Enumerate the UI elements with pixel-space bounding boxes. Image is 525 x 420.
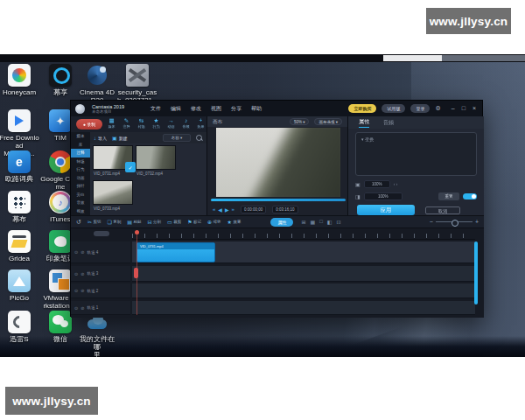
desktop-icon-xunlei[interactable]: 迅雷S — [0, 311, 39, 343]
toggle-switch[interactable] — [463, 193, 477, 200]
frame-icon[interactable]: □ — [319, 219, 323, 225]
marker-tool[interactable]: ⚑标记 — [187, 219, 201, 225]
scale-value-input[interactable]: 100% — [364, 180, 390, 188]
cancel-button[interactable]: 取消 — [425, 206, 460, 214]
timeline-vertical-scrollbar[interactable] — [474, 242, 478, 304]
import-media-button[interactable]: ↓ 导入 — [94, 136, 107, 141]
track-lock-icon[interactable]: ⊘ — [80, 305, 84, 311]
track-visibility-icon[interactable]: ⊙ — [74, 305, 78, 311]
tab-audio-props[interactable]: 音频 — [383, 119, 394, 127]
rail-item-cursor[interactable]: 指针 — [71, 182, 90, 191]
reset-button[interactable]: 重置 — [438, 192, 459, 200]
jump-end-button[interactable]: » — [232, 206, 234, 212]
close-button[interactable]: × — [472, 101, 476, 116]
maximize-button[interactable]: □ — [462, 101, 466, 116]
timescale-badge — [94, 231, 109, 236]
track-visibility-icon[interactable]: ⊙ — [74, 271, 78, 276]
menu-edit[interactable]: 编辑 — [171, 105, 181, 113]
zoom-slider[interactable] — [436, 221, 472, 222]
tab-annotations[interactable]: ✎注释 — [120, 117, 133, 129]
copy-tool[interactable]: ❏复制 — [107, 219, 121, 225]
desktop-icon-security-file[interactable]: security_cas h_8307731... — [117, 64, 158, 104]
rail-item-animations[interactable]: 动画 — [71, 174, 90, 183]
trial-badge[interactable]: 试用版 — [382, 104, 405, 113]
zoom-tool[interactable]: ⊕缩放 — [207, 219, 221, 225]
detach-icon[interactable]: ⊡ — [336, 219, 340, 225]
sort-dropdown[interactable]: 名称 ▾ — [163, 134, 191, 142]
desktop-icon-honeycam[interactable]: Honeycam — [0, 64, 39, 96]
timeline-ruler[interactable] — [132, 228, 475, 240]
zoom-dropdown[interactable]: 50% ▾ — [290, 118, 310, 125]
menu-share[interactable]: 分享 — [231, 105, 242, 113]
properties-pill-button[interactable]: 属性 — [270, 218, 293, 227]
track-visibility-icon[interactable]: ⊙ — [74, 288, 78, 293]
media-thumbnail-3[interactable] — [93, 180, 133, 205]
apply-button[interactable]: 应用 — [357, 205, 415, 215]
tab-behaviors[interactable]: ★行为 — [150, 117, 163, 129]
menu-file[interactable]: 文件 — [150, 105, 161, 113]
playhead-head[interactable] — [135, 230, 139, 234]
track-lane-3[interactable] — [132, 266, 475, 282]
rail-item-transitions[interactable]: 转场 — [71, 158, 90, 166]
cut-tool[interactable]: ✂剪切 — [88, 219, 102, 225]
track-lane-2[interactable] — [132, 284, 475, 298]
desktop-icon-gridea[interactable]: Gridea — [0, 230, 39, 262]
desktop-icon-eudic[interactable]: 欧路词典 — [0, 150, 39, 183]
paste-tool[interactable]: ▤粘贴 — [127, 219, 141, 225]
step-back-button[interactable]: ◀ — [218, 206, 222, 213]
desktop-icon-mubu[interactable]: 幕布 — [0, 191, 39, 223]
rail-item-media[interactable]: 媒体 — [71, 132, 90, 141]
rail-item-behaviors[interactable]: 行为 — [71, 165, 90, 174]
opacity-value-input[interactable]: 100% — [364, 192, 402, 200]
tab-effects[interactable]: +效果 — [194, 117, 207, 129]
search-icon[interactable] — [196, 135, 203, 142]
tab-animations[interactable]: →动画 — [164, 117, 178, 129]
tracks-icon[interactable]: ▦ — [311, 219, 316, 225]
tab-media[interactable]: ▦媒体 — [105, 117, 118, 129]
track-lock-icon[interactable]: ⊘ — [80, 271, 84, 276]
rail-item-voice[interactable]: 旁白 — [71, 191, 90, 200]
panel-icon[interactable]: ◧ — [327, 219, 332, 225]
minimize-button[interactable]: – — [452, 101, 455, 116]
new-item-button[interactable]: ▣ 新建 — [112, 135, 128, 141]
tab-properties[interactable]: 属性 — [359, 118, 369, 128]
rail-item-audio-fx[interactable]: 音效 — [71, 199, 90, 207]
desktop-icon-cinema4d[interactable]: Cinema 4D R20 — [77, 64, 117, 104]
grid-icon[interactable]: ⊞ — [301, 219, 305, 225]
media-thumbnail-1[interactable]: ✓ — [93, 145, 133, 170]
desktop-icon-picgo[interactable]: PicGo — [0, 270, 39, 302]
stepper-icon[interactable]: ‹ › — [394, 181, 398, 186]
track-lane-1[interactable] — [132, 301, 475, 315]
track-visibility-icon[interactable]: ⊙ — [74, 249, 78, 255]
login-button[interactable]: 登录 — [410, 104, 430, 113]
buy-now-button[interactable]: 立即购买 — [348, 104, 376, 113]
playhead-grip[interactable] — [134, 268, 138, 278]
zoom-out-icon[interactable]: − — [430, 219, 433, 225]
track-lock-icon[interactable]: ⊘ — [80, 288, 84, 293]
scale-icon: ▣ — [355, 181, 360, 187]
tab-transitions[interactable]: ⇆转场 — [135, 117, 148, 129]
preview-scrubber[interactable] — [211, 199, 346, 201]
jump-start-button[interactable]: « — [213, 206, 215, 212]
menu-modify[interactable]: 修改 — [191, 105, 201, 113]
play-button[interactable]: ▶ — [225, 206, 229, 213]
rail-item-library[interactable]: 库 — [71, 141, 90, 150]
undo-icon[interactable]: ↺ — [76, 219, 81, 226]
crop-tool[interactable]: ▭裁剪 — [167, 219, 181, 225]
menu-view[interactable]: 视图 — [211, 105, 221, 113]
screen-mirror-icon — [49, 64, 72, 87]
desktop-icon-muxiang[interactable]: 幕享 — [40, 64, 80, 96]
canvas-options-dropdown[interactable]: 画布选项 ▾ — [314, 118, 342, 125]
menu-help[interactable]: 帮助 — [251, 105, 262, 113]
fx-tool[interactable]: ★效果 — [228, 219, 242, 225]
record-button[interactable]: ● 录制 — [76, 119, 102, 130]
rail-item-visual-fx[interactable]: 视效 — [71, 207, 90, 216]
rail-item-annotations[interactable]: 注释 — [71, 149, 90, 158]
zoom-in-icon[interactable]: + — [475, 219, 479, 225]
media-thumbnail-2[interactable] — [136, 145, 176, 170]
split-tool[interactable]: ⊟分割 — [147, 219, 161, 225]
tab-audio[interactable]: ♪音频 — [179, 117, 192, 129]
gear-icon[interactable]: ⚙ — [435, 105, 440, 112]
track-lock-icon[interactable]: ⊘ — [80, 249, 84, 255]
video-clip[interactable]: VID_0731.mp4 — [136, 242, 215, 262]
